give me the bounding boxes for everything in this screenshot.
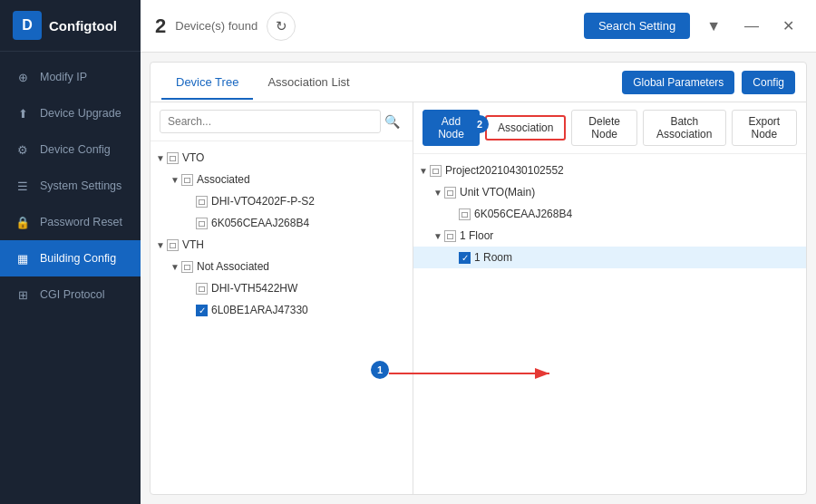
sidebar-item-building-config[interactable]: ▦ Building Config	[0, 240, 141, 276]
tree-checkbox-checked[interactable]: ✓	[196, 305, 208, 316]
tree-item-1-room[interactable]: ✓ 1 Room	[413, 247, 806, 268]
filter-button[interactable]: ▼	[699, 15, 728, 38]
tree-checkbox[interactable]: □	[444, 230, 456, 242]
add-node-button[interactable]: Add Node	[423, 110, 480, 146]
tree-checkbox[interactable]: □	[181, 261, 193, 273]
panels: 🔍 ▼ □ VTO ▼ □ Associated	[151, 102, 806, 494]
tree-checkbox[interactable]: □	[196, 283, 208, 295]
device-found-text: Device(s) found	[175, 19, 257, 33]
tab-association-list[interactable]: Association List	[253, 66, 364, 100]
left-panel: 🔍 ▼ □ VTO ▼ □ Associated	[151, 102, 413, 494]
delete-node-button[interactable]: Delete Node	[571, 110, 636, 146]
tree-item-right-6k056[interactable]: □ 6K056CEAAJ268B4	[413, 203, 806, 225]
tree-checkbox[interactable]: □	[196, 196, 208, 208]
minimize-icon: —	[744, 18, 759, 34]
tree-item-6k056[interactable]: □ 6K056CEAAJ268B4	[151, 212, 413, 234]
modify-ip-icon: ⊕	[15, 69, 31, 85]
toggle-icon	[446, 251, 459, 264]
sidebar-item-label: System Settings	[40, 179, 121, 192]
left-tree: ▼ □ VTO ▼ □ Associated	[151, 141, 413, 494]
toggle-icon: ▼	[169, 173, 181, 186]
sidebar-item-label: Device Config	[40, 143, 111, 156]
header: 2 Device(s) found ↻ Search Setting ▼ — ✕	[141, 0, 816, 53]
tab-device-tree[interactable]: Device Tree	[161, 66, 253, 100]
tree-label: Associated	[197, 173, 250, 186]
tree-item-project[interactable]: ▼ □ Project20210430102552	[413, 160, 806, 181]
sidebar-item-device-config[interactable]: ⚙ Device Config	[0, 131, 141, 168]
tree-checkbox[interactable]: □	[167, 239, 179, 251]
toggle-icon	[183, 304, 196, 316]
sidebar-item-system-settings[interactable]: ☰ System Settings	[0, 168, 141, 204]
refresh-icon: ↻	[276, 18, 287, 34]
tabs-bar: Device Tree Association List Global Para…	[151, 63, 806, 102]
tree-label: 1 Floor	[460, 229, 493, 242]
sidebar: D Configtool ⊕ Modify IP ⬆ Device Upgrad…	[0, 0, 141, 504]
sidebar-item-label: Building Config	[40, 252, 116, 265]
toggle-icon: ▼	[169, 260, 181, 273]
sidebar-item-label: Password Reset	[40, 216, 122, 228]
tree-item-vto[interactable]: ▼ □ VTO	[151, 147, 413, 169]
device-count: 2	[155, 15, 166, 38]
sidebar-item-label: Modify IP	[40, 71, 87, 83]
tree-item-not-associated[interactable]: ▼ □ Not Associated	[151, 256, 413, 277]
device-config-icon: ⚙	[15, 141, 31, 158]
tree-checkbox[interactable]: □	[196, 218, 208, 229]
tree-checkbox[interactable]: □	[444, 187, 456, 199]
tree-checkbox[interactable]: □	[459, 208, 471, 220]
tree-item-dhi-vto[interactable]: □ DHI-VTO4202F-P-S2	[151, 190, 413, 212]
minimize-button[interactable]: —	[737, 15, 766, 38]
tree-label: 6K056CEAAJ268B4	[211, 217, 309, 229]
tree-label: 1 Room	[474, 251, 512, 264]
tree-item-dhi-vth[interactable]: □ DHI-VTH5422HW	[151, 277, 413, 299]
tree-label: DHI-VTO4202F-P-S2	[211, 195, 315, 208]
tree-item-1-floor[interactable]: ▼ □ 1 Floor	[413, 225, 806, 247]
toggle-icon	[183, 195, 196, 208]
search-setting-button[interactable]: Search Setting	[584, 13, 690, 39]
tree-label: DHI-VTH5422HW	[211, 282, 297, 295]
toggle-icon: ▼	[154, 238, 167, 251]
logo-text: Configtool	[49, 18, 117, 34]
sidebar-item-label: Device Upgrade	[40, 107, 121, 120]
search-input[interactable]	[160, 110, 381, 133]
batch-association-button[interactable]: Batch Association	[643, 110, 726, 146]
tree-item-6l0be[interactable]: ✓ 6L0BE1ARAJ47330	[151, 299, 413, 321]
tree-item-unit-vto[interactable]: ▼ □ Unit VTO(Main)	[413, 181, 806, 203]
tree-checkbox[interactable]: □	[430, 165, 442, 177]
toggle-icon	[446, 208, 459, 220]
toggle-icon: ▼	[432, 186, 444, 199]
tree-label: Unit VTO(Main)	[460, 186, 535, 199]
toggle-icon: ▼	[432, 229, 444, 242]
tree-label: 6K056CEAAJ268B4	[474, 208, 572, 220]
sidebar-item-device-upgrade[interactable]: ⬆ Device Upgrade	[0, 95, 141, 131]
refresh-button[interactable]: ↻	[267, 12, 296, 41]
tree-checkbox[interactable]: □	[181, 174, 193, 186]
sidebar-item-label: CGI Protocol	[40, 288, 105, 301]
device-upgrade-icon: ⬆	[15, 105, 31, 121]
tree-label: Project20210430102552	[445, 164, 564, 177]
close-button[interactable]: ✕	[775, 14, 801, 38]
building-config-icon: ▦	[15, 250, 31, 267]
tree-item-vth[interactable]: ▼ □ VTH	[151, 234, 413, 256]
main-area: 2 Device(s) found ↻ Search Setting ▼ — ✕…	[141, 0, 816, 504]
export-node-button[interactable]: Export Node	[732, 110, 797, 146]
toggle-icon	[183, 282, 196, 295]
search-button[interactable]: 🔍	[381, 112, 403, 131]
tree-item-associated[interactable]: ▼ □ Associated	[151, 169, 413, 190]
tree-checkbox[interactable]: □	[167, 152, 179, 164]
tree-label: 6L0BE1ARAJ47330	[211, 304, 308, 316]
config-button[interactable]: Config	[742, 71, 795, 94]
tree-label: VTO	[182, 151, 204, 164]
sidebar-item-cgi-protocol[interactable]: ⊞ CGI Protocol	[0, 276, 141, 313]
search-box: 🔍	[151, 102, 413, 141]
toggle-icon	[183, 217, 196, 229]
sidebar-item-modify-ip[interactable]: ⊕ Modify IP	[0, 59, 141, 95]
tree-checkbox-checked[interactable]: ✓	[459, 252, 471, 264]
toolbar: Add Node Association Delete Node Batch A…	[413, 102, 806, 154]
system-settings-icon: ☰	[15, 178, 31, 194]
right-panel: Add Node Association Delete Node Batch A…	[413, 102, 806, 494]
association-button[interactable]: Association	[485, 115, 566, 141]
sidebar-nav: ⊕ Modify IP ⬆ Device Upgrade ⚙ Device Co…	[0, 52, 141, 504]
tree-label: Not Associated	[197, 260, 269, 273]
global-parameters-button[interactable]: Global Parameters	[622, 71, 734, 94]
sidebar-item-password-reset[interactable]: 🔒 Password Reset	[0, 204, 141, 240]
